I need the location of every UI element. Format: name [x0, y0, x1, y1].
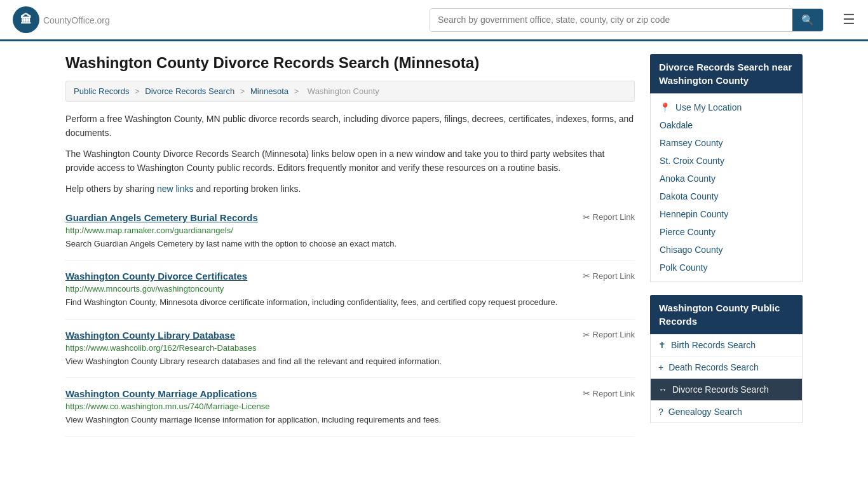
nearby-label: Ramsey County: [660, 138, 723, 148]
nearby-link-item[interactable]: Hennepin County: [651, 205, 802, 223]
new-links-link[interactable]: new links: [157, 184, 194, 194]
record-link-label: Genealogy Search: [668, 407, 742, 417]
record-url[interactable]: http://www.mncourts.gov/washingtoncounty: [65, 284, 635, 294]
nearby-label: St. Croix County: [660, 156, 724, 166]
nearby-link-item[interactable]: Pierce County: [651, 223, 802, 241]
record-url[interactable]: https://www.co.washington.mn.us/740/Marr…: [65, 402, 635, 411]
nearby-label: Oakdale: [660, 120, 693, 130]
record-link-icon: +: [658, 362, 663, 372]
record-desc: View Washington County Library research …: [65, 355, 635, 368]
record-header: Washington County Divorce Certificates ✂…: [65, 271, 635, 281]
nearby-section: Divorce Records Search near Washington C…: [650, 54, 803, 282]
nearby-label: Chisago County: [660, 245, 723, 255]
nearby-label: Hennepin County: [660, 209, 728, 219]
nearby-link-item[interactable]: St. Croix County: [651, 152, 802, 170]
sidebar: Divorce Records Search near Washington C…: [650, 54, 803, 437]
nearby-label: Dakota County: [660, 191, 719, 201]
search-input[interactable]: [430, 9, 792, 31]
sidebar-record-link[interactable]: ✝Birth Records Search: [651, 334, 802, 356]
nearby-label: Use My Location: [675, 102, 742, 112]
record-desc: View Washington County marriage license …: [65, 414, 635, 426]
nearby-label: Anoka County: [660, 173, 715, 184]
record-desc: Search Guardian Angels Cemetery by last …: [65, 238, 635, 250]
records-list: Guardian Angels Cemetery Burial Records …: [65, 202, 635, 437]
sidebar-record-link[interactable]: ?Genealogy Search: [651, 401, 802, 423]
record-header: Washington County Marriage Applications …: [65, 388, 635, 399]
report-link[interactable]: ✂ Report Link: [583, 388, 635, 398]
records-header: Washington County Public Records: [650, 295, 803, 334]
search-button[interactable]: 🔍: [792, 9, 823, 31]
record-link-label: Divorce Records Search: [672, 384, 769, 395]
record-item: Guardian Angels Cemetery Burial Records …: [65, 202, 635, 261]
record-link-label: Birth Records Search: [671, 340, 756, 350]
report-link[interactable]: ✂ Report Link: [583, 271, 635, 281]
record-desc: Find Washington County, Minnesota divorc…: [65, 296, 635, 309]
record-link-icon: ?: [658, 407, 663, 417]
record-item: Washington County Marriage Applications …: [65, 378, 635, 437]
sidebar-record-link[interactable]: ↔Divorce Records Search: [651, 379, 802, 401]
nearby-link-item[interactable]: Polk County: [651, 259, 802, 276]
report-link[interactable]: ✂ Report Link: [583, 330, 635, 340]
nearby-label: Pierce County: [660, 227, 715, 237]
record-item: Washington County Divorce Certificates ✂…: [65, 261, 635, 320]
record-item: Washington County Library Database ✂ Rep…: [65, 320, 635, 379]
description-1: Perform a free Washington County, MN pub…: [65, 112, 635, 140]
search-bar: 🔍: [430, 8, 824, 32]
breadcrumb-minnesota[interactable]: Minnesota: [250, 86, 288, 96]
description-2: The Washington County Divorce Records Se…: [65, 147, 635, 175]
nearby-body: 📍Use My LocationOakdaleRamsey CountySt. …: [650, 93, 803, 282]
breadcrumb-public-records[interactable]: Public Records: [74, 86, 129, 96]
site-header: 🏛 CountyOffice.org 🔍 ☰: [0, 0, 868, 41]
record-title[interactable]: Guardian Angels Cemetery Burial Records: [65, 212, 258, 223]
nearby-link-item[interactable]: Anoka County: [651, 170, 802, 187]
nearby-link-item[interactable]: Oakdale: [651, 116, 802, 134]
breadcrumb: Public Records > Divorce Records Search …: [65, 81, 635, 102]
description-3: Help others by sharing new links and rep…: [65, 182, 635, 196]
logo-label: CountyOffice.org: [43, 13, 110, 27]
record-url[interactable]: http://www.map.ramaker.com/guardianangel…: [65, 226, 635, 235]
breadcrumb-sep-1: >: [135, 86, 140, 96]
page-title: Washington County Divorce Records Search…: [65, 54, 635, 72]
record-link-icon: ↔: [658, 384, 667, 395]
report-icon: ✂: [583, 271, 590, 281]
record-header: Washington County Library Database ✂ Rep…: [65, 330, 635, 341]
breadcrumb-sep-3: >: [294, 86, 299, 96]
use-my-location-link[interactable]: 📍Use My Location: [651, 98, 802, 116]
record-title[interactable]: Washington County Marriage Applications: [65, 388, 257, 399]
nearby-link-item[interactable]: Chisago County: [651, 241, 802, 259]
logo-icon: 🏛: [13, 6, 39, 33]
record-header: Guardian Angels Cemetery Burial Records …: [65, 212, 635, 223]
records-links-body: ✝Birth Records Search+Death Records Sear…: [650, 334, 803, 423]
nearby-link-item[interactable]: Dakota County: [651, 187, 802, 205]
record-link-icon: ✝: [658, 340, 666, 350]
record-title[interactable]: Washington County Divorce Certificates: [65, 271, 247, 281]
report-link[interactable]: ✂ Report Link: [583, 212, 635, 222]
records-section: Washington County Public Records ✝Birth …: [650, 295, 803, 423]
main-container: Washington County Divorce Records Search…: [53, 41, 815, 450]
record-link-label: Death Records Search: [668, 362, 759, 372]
record-title[interactable]: Washington County Library Database: [65, 330, 235, 341]
content-area: Washington County Divorce Records Search…: [65, 54, 635, 437]
nearby-label: Polk County: [660, 262, 707, 273]
record-url[interactable]: https://www.washcolib.org/162/Research-D…: [65, 343, 635, 353]
breadcrumb-washington-county: Washington County: [308, 86, 379, 96]
site-logo[interactable]: 🏛 CountyOffice.org: [13, 6, 110, 33]
nearby-header: Divorce Records Search near Washington C…: [650, 54, 803, 93]
breadcrumb-divorce-records[interactable]: Divorce Records Search: [145, 86, 234, 96]
nearby-link-item[interactable]: Ramsey County: [651, 134, 802, 152]
report-icon: ✂: [583, 212, 590, 222]
report-icon: ✂: [583, 388, 590, 398]
report-icon: ✂: [583, 330, 590, 340]
menu-icon[interactable]: ☰: [843, 11, 855, 28]
location-icon: 📍: [660, 102, 670, 112]
breadcrumb-sep-2: >: [240, 86, 245, 96]
sidebar-record-link[interactable]: +Death Records Search: [651, 356, 802, 379]
